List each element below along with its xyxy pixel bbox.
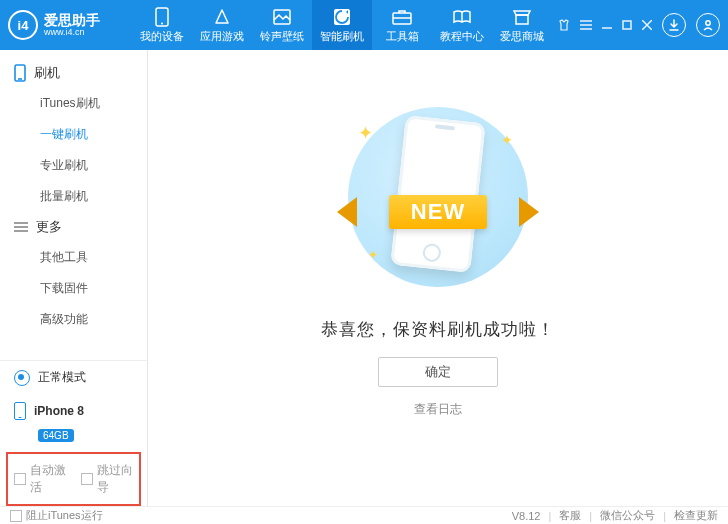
device-mode-label: 正常模式 [38, 369, 86, 386]
sidebar-group-label: 刷机 [34, 64, 60, 82]
nav-store[interactable]: 爱思商城 [492, 0, 552, 50]
sidebar-group-more[interactable]: 更多 [0, 212, 147, 242]
version-label: V8.12 [512, 510, 541, 522]
nav-label: 教程中心 [440, 29, 484, 44]
brand: i4 爱思助手 www.i4.cn [8, 10, 132, 40]
svg-point-1 [161, 22, 163, 24]
sidebar-group-flash[interactable]: 刷机 [0, 58, 147, 88]
maximize-icon[interactable] [622, 20, 632, 30]
checkbox-label: 自动激活 [30, 462, 67, 496]
main-panel: ✦ ✦ ✦ NEW 恭喜您，保资料刷机成功啦！ 确定 查看日志 [148, 50, 728, 506]
sidebar-group-label: 更多 [36, 218, 62, 236]
svg-rect-12 [623, 21, 631, 29]
sparkle-icon: ✦ [358, 122, 373, 144]
minimize-icon[interactable] [602, 20, 612, 30]
checkbox-icon [10, 510, 22, 522]
top-nav: 我的设备 应用游戏 铃声壁纸 智能刷机 工具箱 教程中心 爱思商城 [132, 0, 552, 50]
phone-mini-icon [14, 402, 26, 420]
nav-label: 工具箱 [386, 29, 419, 44]
device-outline-icon [14, 64, 26, 82]
nav-flash[interactable]: 智能刷机 [312, 0, 372, 50]
svg-rect-7 [516, 15, 528, 24]
device-mode[interactable]: 正常模式 [0, 361, 147, 394]
success-illustration: ✦ ✦ ✦ NEW [338, 102, 538, 292]
sidebar-item-oneclick-flash[interactable]: 一键刷机 [0, 119, 147, 150]
checkbox-label: 跳过向导 [97, 462, 134, 496]
storage-badge: 64GB [38, 429, 74, 442]
download-button[interactable] [662, 13, 686, 37]
more-icon [14, 221, 28, 233]
sidebar-item-batch-flash[interactable]: 批量刷机 [0, 181, 147, 212]
menu-icon[interactable] [580, 20, 592, 30]
support-link[interactable]: 客服 [559, 508, 581, 523]
device-info[interactable]: iPhone 8 [0, 394, 147, 428]
wallpaper-icon [273, 7, 291, 27]
confirm-button[interactable]: 确定 [378, 357, 498, 387]
sidebar-item-advanced[interactable]: 高级功能 [0, 304, 147, 335]
user-button[interactable] [696, 13, 720, 37]
sidebar-item-pro-flash[interactable]: 专业刷机 [0, 150, 147, 181]
toolbox-icon [392, 7, 412, 27]
statusbar: 阻止iTunes运行 V8.12 | 客服 | 微信公众号 | 检查更新 [0, 506, 728, 524]
checkbox-auto-activate[interactable]: 自动激活 [14, 462, 67, 496]
nav-tutorials[interactable]: 教程中心 [432, 0, 492, 50]
brand-logo-icon: i4 [8, 10, 38, 40]
window-controls [558, 13, 720, 37]
apps-icon [213, 7, 231, 27]
nav-ringtones[interactable]: 铃声壁纸 [252, 0, 312, 50]
options-highlight: 自动激活 跳过向导 [6, 452, 141, 506]
check-update-link[interactable]: 检查更新 [674, 508, 718, 523]
nav-label: 铃声壁纸 [260, 29, 304, 44]
success-headline: 恭喜您，保资料刷机成功啦！ [321, 318, 555, 341]
sparkle-icon: ✦ [368, 248, 378, 262]
wechat-link[interactable]: 微信公众号 [600, 508, 655, 523]
ribbon-text: NEW [389, 195, 487, 229]
nav-label: 爱思商城 [500, 29, 544, 44]
brand-name: 爱思助手 [44, 13, 100, 27]
sidebar-item-itunes-flash[interactable]: iTunes刷机 [0, 88, 147, 119]
checkbox-skip-guide[interactable]: 跳过向导 [81, 462, 134, 496]
sidebar: 刷机 iTunes刷机 一键刷机 专业刷机 批量刷机 更多 其他工具 下载固件 … [0, 50, 148, 506]
nav-label: 应用游戏 [200, 29, 244, 44]
nav-label: 我的设备 [140, 29, 184, 44]
new-ribbon: NEW [343, 189, 533, 235]
shirt-icon[interactable] [558, 19, 570, 31]
store-icon [512, 7, 532, 27]
nav-toolbox[interactable]: 工具箱 [372, 0, 432, 50]
sparkle-icon: ✦ [501, 132, 513, 148]
tutorial-icon [452, 7, 472, 27]
nav-apps[interactable]: 应用游戏 [192, 0, 252, 50]
nav-label: 智能刷机 [320, 29, 364, 44]
svg-point-15 [706, 21, 710, 25]
phone-icon [155, 7, 169, 27]
checkbox-label: 阻止iTunes运行 [26, 508, 103, 523]
mode-icon [14, 370, 30, 386]
checkbox-block-itunes[interactable]: 阻止iTunes运行 [10, 508, 103, 523]
flash-icon [333, 7, 351, 27]
device-name: iPhone 8 [34, 404, 84, 418]
titlebar: i4 爱思助手 www.i4.cn 我的设备 应用游戏 铃声壁纸 智能刷机 工具… [0, 0, 728, 50]
checkbox-icon [81, 473, 93, 485]
brand-url: www.i4.cn [44, 27, 100, 38]
view-log-link[interactable]: 查看日志 [414, 401, 462, 418]
sidebar-item-download-firmware[interactable]: 下载固件 [0, 273, 147, 304]
nav-my-device[interactable]: 我的设备 [132, 0, 192, 50]
close-icon[interactable] [642, 20, 652, 30]
sidebar-item-other-tools[interactable]: 其他工具 [0, 242, 147, 273]
checkbox-icon [14, 473, 26, 485]
